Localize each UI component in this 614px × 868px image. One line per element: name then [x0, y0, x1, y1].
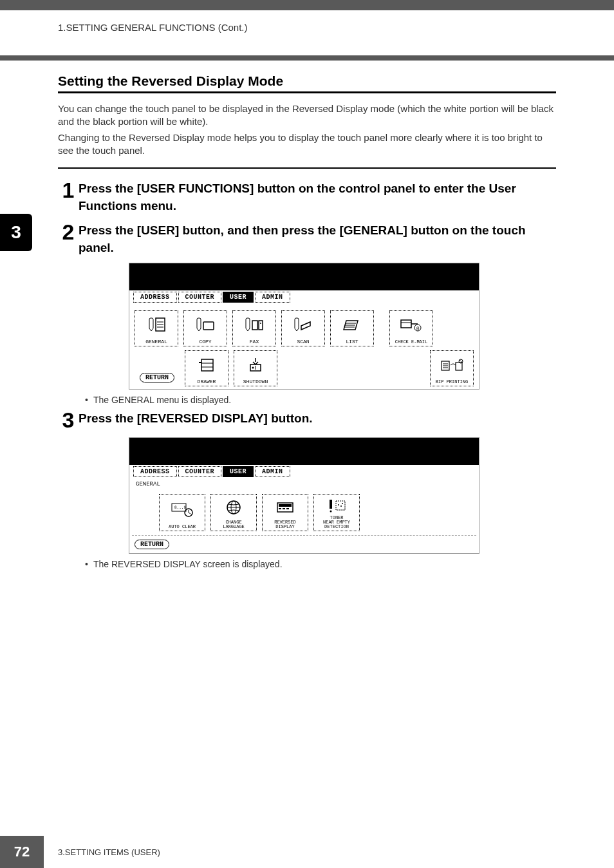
reversed-display-button[interactable]: REVERSED DISPLAY: [262, 494, 308, 531]
fax-button[interactable]: FAX: [232, 310, 276, 346]
tab2-admin[interactable]: ADMIN: [255, 466, 290, 477]
step-3: 3 Press the [REVERSED DISPLAY] button.: [58, 409, 556, 431]
mid-gray-bar: [0, 55, 614, 61]
reversed-display-icon: [263, 495, 308, 520]
scan-label: SCAN: [297, 339, 309, 344]
main-content: Setting the Reversed Display Mode You ca…: [0, 61, 614, 569]
chapter-side-tab: 3: [0, 214, 32, 251]
toner-detection-button[interactable]: TONER NEAR EMPTY DETECTION: [313, 494, 360, 531]
screenshot-divider: [132, 535, 476, 536]
tab2-user[interactable]: USER: [223, 466, 254, 477]
tab-admin[interactable]: ADMIN: [255, 292, 290, 303]
svg-rect-5: [252, 321, 257, 330]
change-language-button[interactable]: CHANGE LANGUAGE: [210, 494, 257, 531]
list-icon: [331, 311, 373, 339]
change-language-label: CHANGE LANGUAGE: [223, 520, 245, 529]
tab-user[interactable]: USER: [223, 292, 254, 303]
bip-printing-label: BIP PRINTING: [436, 380, 468, 384]
auto-clear-button[interactable]: 8...9 AUTO CLEAR: [159, 494, 205, 531]
scan-button[interactable]: SCAN: [281, 310, 325, 346]
copy-icon: [184, 311, 227, 339]
copy-button[interactable]: COPY: [183, 310, 227, 346]
svg-rect-44: [336, 501, 345, 510]
check-email-label: CHECK E-MAIL: [395, 340, 427, 344]
page-number: 72: [0, 836, 44, 868]
svg-rect-38: [279, 504, 292, 507]
auto-clear-label: AUTO CLEAR: [169, 525, 196, 529]
svg-rect-39: [279, 508, 281, 509]
svg-rect-6: [259, 321, 263, 330]
screenshot2-body: ADDRESS COUNTER USER ADMIN GENERAL 8...9…: [129, 465, 479, 553]
drawer-label: DRAWER: [198, 379, 216, 384]
svg-rect-4: [203, 322, 214, 330]
screenshot-general-menu: ADDRESS COUNTER USER ADMIN GENERAL 8...9…: [129, 437, 479, 554]
drawer-icon: [185, 351, 228, 379]
auto-clear-icon: 8...9: [160, 495, 205, 525]
drawer-button[interactable]: DRAWER: [185, 350, 228, 386]
svg-text:@: @: [416, 326, 420, 331]
reversed-display-label: REVERSED DISPLAY: [274, 520, 296, 529]
list-button[interactable]: LIST: [330, 310, 374, 346]
step-2: 2 Press the [USER] button, and then pres…: [58, 221, 556, 256]
svg-rect-18: [199, 362, 201, 363]
step-3-text: Press the [REVERSED DISPLAY] button.: [79, 409, 313, 428]
bip-printing-button[interactable]: BIP PRINTING: [430, 350, 474, 386]
screenshot-titlebar: [129, 263, 479, 290]
svg-rect-40: [283, 508, 285, 509]
check-email-icon: @: [390, 311, 433, 340]
svg-point-7: [260, 323, 261, 324]
return-button[interactable]: RETURN: [140, 373, 174, 382]
step-2-text: Press the [USER] button, and then press …: [79, 221, 556, 256]
intro-paragraph-1: You can change the touch panel to be dis…: [58, 102, 556, 129]
check-email-button[interactable]: @ CHECK E-MAIL: [389, 310, 433, 346]
svg-rect-11: [401, 320, 411, 328]
tab-address[interactable]: ADDRESS: [133, 292, 177, 303]
step-1: 1 Press the [USER FUNCTIONS] button on t…: [58, 179, 556, 214]
section-title: Setting the Reversed Display Mode: [58, 73, 556, 89]
general-breadcrumb: GENERAL: [129, 481, 479, 490]
svg-point-43: [330, 510, 332, 512]
list-label: LIST: [346, 339, 358, 344]
button-row-1: GENERAL COPY FAX: [129, 307, 479, 350]
svg-point-47: [342, 503, 343, 504]
copy-label: COPY: [199, 339, 211, 344]
shutdown-icon: [234, 351, 277, 379]
svg-rect-41: [286, 508, 289, 509]
note-general-menu: The GENERAL menu is displayed.: [85, 395, 556, 405]
note-reversed-display: The REVERSED DISPLAY screen is displayed…: [85, 559, 556, 569]
button-row-2: RETURN DRAWER SHUTDOWN: [129, 350, 479, 389]
page-header: 1.SETTING GENERAL FUNCTIONS (Cont.): [0, 10, 614, 55]
return-button-2[interactable]: RETURN: [135, 540, 169, 549]
svg-rect-26: [456, 363, 462, 370]
step-2-number: 2: [58, 221, 79, 243]
fax-label: FAX: [250, 339, 259, 344]
tab2-counter[interactable]: COUNTER: [178, 466, 222, 477]
general-icon: [135, 311, 178, 339]
section-rule: [58, 91, 556, 93]
svg-rect-42: [330, 500, 332, 509]
tab-row: ADDRESS COUNTER USER ADMIN: [129, 290, 479, 307]
svg-line-33: [189, 513, 191, 514]
screenshot-user-menu: ADDRESS COUNTER USER ADMIN GENERAL COPY: [129, 263, 479, 390]
toner-icon: [314, 495, 359, 516]
tab2-address[interactable]: ADDRESS: [133, 466, 177, 477]
svg-point-45: [338, 504, 339, 505]
svg-point-20: [252, 367, 254, 369]
button-row-general: 8...9 AUTO CLEAR CHANGE LANGUAGE REVERSE…: [129, 490, 479, 535]
step-1-text: Press the [USER FUNCTIONS] button on the…: [79, 179, 556, 214]
intro-paragraph-2: Changing to the Reversed Display mode he…: [58, 131, 556, 158]
general-button[interactable]: GENERAL: [135, 310, 178, 346]
scan-icon: [282, 311, 324, 339]
general-label: GENERAL: [145, 339, 167, 344]
divider-rule: [58, 167, 556, 169]
shutdown-button[interactable]: SHUTDOWN: [234, 350, 277, 386]
footer-chapter: 3.SETTING ITEMS (USER): [58, 847, 160, 857]
page-footer: 72 3.SETTING ITEMS (USER): [0, 836, 614, 868]
tab-counter[interactable]: COUNTER: [178, 292, 222, 303]
svg-point-46: [340, 505, 342, 507]
svg-text:8...9: 8...9: [174, 505, 186, 509]
step-1-number: 1: [58, 179, 79, 201]
shutdown-label: SHUTDOWN: [243, 379, 268, 384]
screenshot-body: ADDRESS COUNTER USER ADMIN GENERAL COPY: [129, 290, 479, 389]
globe-icon: [211, 495, 256, 520]
